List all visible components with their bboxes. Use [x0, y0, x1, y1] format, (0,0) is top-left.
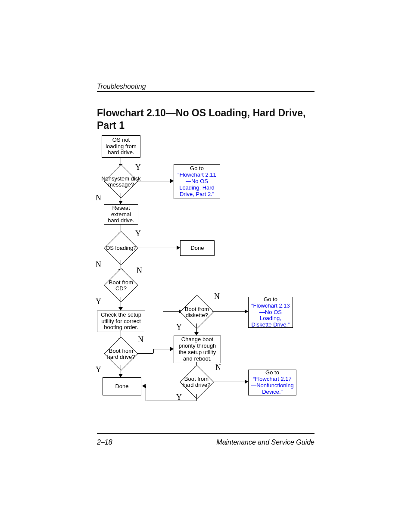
node-start-text: OS not loading from hard drive.	[102, 136, 140, 158]
node-d6-text: Boot from hard drive?	[180, 373, 213, 391]
footer-rule	[97, 433, 314, 434]
footer-guide-title: Maintenance and Service Guide	[216, 439, 314, 446]
node-change-text: Change boot priority through the setup u…	[174, 335, 221, 364]
ref1-link[interactable]: “Flowchart 2.11—No OS Loading, Hard Driv…	[177, 171, 216, 197]
label-n: N	[215, 363, 221, 372]
node-change-priority: Change boot priority through the setup u…	[174, 336, 221, 363]
ref2-link[interactable]: “Flowchart 2.13—No OS Loading, Diskette …	[251, 302, 290, 328]
connector	[196, 394, 197, 401]
node-reseat-text: Reseat external hard drive.	[104, 204, 138, 226]
arrow-right-icon	[170, 179, 174, 183]
node-done2-text: Done	[113, 382, 130, 391]
ref3-link[interactable]: “Flowchart 2.17—Nonfunctioning Device.”	[251, 376, 294, 395]
node-ref-2-11: Go to “Flowchart 2.11—No OS Loading, Har…	[174, 164, 220, 199]
node-ref-2-17: Go to “Flowchart 2.17—Nonfunctioning Dev…	[248, 370, 296, 395]
node-d5-text: Boot from hard drive?	[105, 345, 137, 363]
connector	[146, 401, 196, 401]
label-n: N	[214, 292, 220, 301]
node-d1-text: Nonsystem disk message?	[99, 176, 143, 188]
label-y: Y	[176, 323, 182, 332]
label-n: N	[137, 266, 142, 275]
node-d2-text: OS loading?	[101, 245, 141, 252]
label-n: N	[96, 193, 101, 202]
connector	[137, 353, 153, 354]
page-number: 2–18	[97, 439, 112, 446]
node-check-text: Check the setup utility for correct boot…	[97, 311, 145, 333]
connector	[163, 285, 163, 311]
label-y: Y	[96, 365, 101, 374]
arrow-right-icon	[245, 380, 248, 384]
label-y: Y	[135, 163, 141, 172]
arrow-left-icon	[142, 384, 146, 388]
label-y: Y	[135, 229, 141, 238]
node-check-setup: Check the setup utility for correct boot…	[97, 311, 145, 332]
arrow-right-icon	[245, 309, 248, 314]
node-start: OS not loading from hard drive.	[102, 135, 140, 158]
connector	[137, 181, 171, 181]
node-done1: Done	[180, 240, 215, 256]
node-ref-2-13: Go to “Flowchart 2.13—No OS Loading, Dis…	[248, 297, 293, 328]
connector	[153, 349, 171, 349]
connector	[146, 386, 146, 401]
node-reseat: Reseat external hard drive.	[104, 204, 138, 225]
connector	[212, 382, 246, 382]
connector	[137, 285, 163, 285]
label-y: Y	[96, 297, 101, 306]
arrow-right-icon	[170, 347, 174, 351]
ref3-prefix: Go to	[265, 369, 279, 376]
node-done1-text: Done	[189, 244, 206, 253]
flowchart: OS not loading from hard drive. Nonsyste…	[0, 0, 411, 532]
node-d4-text: Boot from diskette?	[181, 304, 213, 321]
node-done2: Done	[103, 377, 141, 395]
label-n: N	[96, 260, 101, 269]
ref2-prefix: Go to	[264, 296, 277, 302]
node-d3-text: Boot from CD?	[106, 277, 136, 294]
label-n: N	[138, 335, 143, 344]
ref1-prefix: Go to	[190, 165, 204, 171]
connector	[163, 311, 180, 312]
arrow-down-icon	[118, 374, 123, 377]
arrow-right-icon	[177, 246, 180, 250]
connector	[153, 349, 154, 353]
connector	[137, 248, 178, 248]
connector	[212, 311, 246, 312]
